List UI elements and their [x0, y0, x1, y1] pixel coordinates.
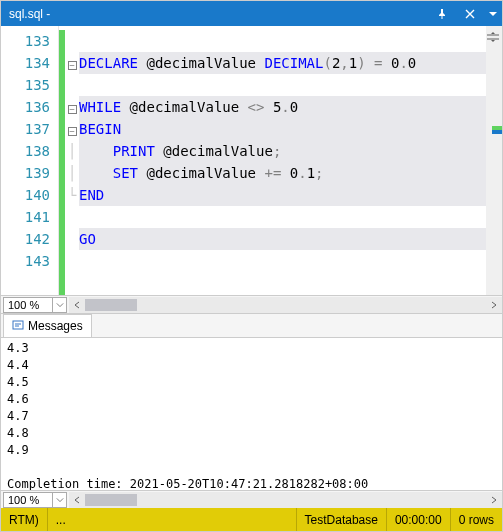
- fold-toggle[interactable]: −: [68, 105, 77, 114]
- title-bar-controls: [428, 1, 502, 26]
- editor-horizontal-scrollbar[interactable]: [69, 297, 502, 313]
- code-line[interactable]: BEGIN: [79, 118, 486, 140]
- pin-button[interactable]: [428, 1, 456, 26]
- code-line[interactable]: PRINT @decimalValue;: [79, 140, 486, 162]
- close-button[interactable]: [456, 1, 484, 26]
- code-line[interactable]: END: [79, 184, 486, 206]
- split-handle[interactable]: [484, 30, 502, 44]
- line-number: 139: [1, 162, 58, 184]
- code-line[interactable]: SET @decimalValue += 0.1;: [79, 162, 486, 184]
- code-editor[interactable]: DECLARE @decimalValue DECIMAL(2,1) = 0.0…: [79, 26, 486, 295]
- status-database: TestDatabase: [296, 508, 386, 531]
- scroll-track[interactable]: [85, 492, 486, 508]
- messages-output[interactable]: 4.3 4.4 4.5 4.6 4.7 4.8 4.9 Completion t…: [1, 338, 502, 490]
- code-line[interactable]: [79, 30, 486, 52]
- fold-guide: │: [68, 143, 76, 159]
- code-line[interactable]: WHILE @decimalValue <> 5.0: [79, 96, 486, 118]
- overview-mark: [492, 130, 502, 134]
- line-number: 133: [1, 30, 58, 52]
- code-line[interactable]: GO: [79, 228, 486, 250]
- messages-horizontal-scrollbar[interactable]: [69, 492, 502, 508]
- messages-zoom-bar: 100 %: [1, 490, 502, 508]
- line-number: 141: [1, 206, 58, 228]
- status-bar: RTM) ... TestDatabase 00:00:00 0 rows: [1, 508, 502, 531]
- messages-pane: Messages 4.3 4.4 4.5 4.6 4.7 4.8 4.9 Com…: [1, 313, 502, 508]
- fold-guide: │: [68, 165, 76, 181]
- line-number-gutter: 133134135136137138139140141142143: [1, 26, 59, 295]
- svg-rect-0: [13, 321, 23, 329]
- status-connection: RTM): [1, 508, 47, 531]
- line-number: 142: [1, 228, 58, 250]
- scroll-track[interactable]: [85, 297, 486, 313]
- editor-zoom-value: 100 %: [4, 299, 52, 311]
- status-row-count: 0 rows: [450, 508, 502, 531]
- line-number: 136: [1, 96, 58, 118]
- line-number: 140: [1, 184, 58, 206]
- line-number: 137: [1, 118, 58, 140]
- scroll-right-icon[interactable]: [486, 297, 502, 313]
- tab-messages[interactable]: Messages: [3, 314, 92, 337]
- status-ellipsis: ...: [47, 508, 296, 531]
- editor-area: 133134135136137138139140141142143 −−−││└…: [1, 26, 502, 508]
- messages-zoom-value: 100 %: [4, 494, 52, 506]
- scroll-left-icon[interactable]: [69, 492, 85, 508]
- chevron-down-icon[interactable]: [52, 493, 66, 507]
- messages-zoom-combo[interactable]: 100 %: [3, 492, 67, 508]
- line-number: 134: [1, 52, 58, 74]
- line-number: 138: [1, 140, 58, 162]
- overview-ruler[interactable]: [486, 26, 502, 295]
- fold-toggle[interactable]: −: [68, 61, 77, 70]
- messages-tab-bar: Messages: [1, 314, 502, 338]
- folding-column: −−−││└: [65, 26, 79, 295]
- status-elapsed-time: 00:00:00: [386, 508, 450, 531]
- window-menu-button[interactable]: [484, 1, 502, 26]
- scroll-left-icon[interactable]: [69, 297, 85, 313]
- line-number: 143: [1, 250, 58, 272]
- code-line[interactable]: DECLARE @decimalValue DECIMAL(2,1) = 0.0: [79, 52, 486, 74]
- fold-toggle[interactable]: −: [68, 127, 77, 136]
- fold-guide: └: [68, 187, 76, 203]
- editor-zoom-bar: 100 %: [1, 295, 502, 313]
- messages-tab-label: Messages: [28, 319, 83, 333]
- messages-icon: [12, 320, 24, 332]
- title-bar: sql.sql -: [1, 1, 502, 26]
- editor-zoom-combo[interactable]: 100 %: [3, 297, 67, 313]
- window-title: sql.sql -: [9, 7, 428, 21]
- scroll-right-icon[interactable]: [486, 492, 502, 508]
- chevron-down-icon[interactable]: [52, 298, 66, 312]
- code-line[interactable]: [79, 74, 486, 96]
- code-line[interactable]: [79, 206, 486, 228]
- code-line[interactable]: [79, 250, 486, 272]
- line-number: 135: [1, 74, 58, 96]
- code-pane: 133134135136137138139140141142143 −−−││└…: [1, 26, 502, 295]
- scroll-thumb[interactable]: [85, 299, 137, 311]
- scroll-thumb[interactable]: [85, 494, 137, 506]
